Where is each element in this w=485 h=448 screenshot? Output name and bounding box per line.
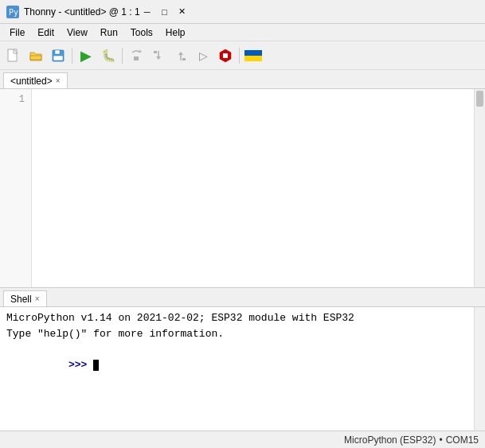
close-button[interactable]: ✕	[175, 5, 190, 19]
step-out-button[interactable]	[170, 45, 191, 66]
port-status: COM15	[446, 434, 479, 446]
step-into-button[interactable]	[148, 45, 169, 66]
line-number-1: 1	[0, 92, 31, 107]
editor-scrollbar-thumb[interactable]	[476, 91, 483, 107]
svg-rect-4	[30, 56, 41, 60]
resume-button[interactable]: ▷	[193, 45, 213, 66]
menu-file[interactable]: File	[3, 25, 31, 40]
shell-cursor	[93, 360, 99, 371]
title-text: Thonny - <untitled> @ 1 : 1	[24, 6, 140, 18]
ukraine-flag-button[interactable]	[243, 45, 264, 66]
shell-output[interactable]: MicroPython v1.14 on 2021-02-02; ESP32 m…	[0, 307, 474, 430]
svg-rect-19	[244, 56, 262, 61]
save-button[interactable]	[48, 45, 68, 66]
editor-section: <untitled> × 1	[0, 70, 485, 287]
run-button[interactable]: ▶	[76, 45, 96, 66]
editor-tab-close[interactable]: ×	[56, 76, 61, 85]
step-over-button[interactable]	[126, 45, 147, 66]
editor-tab-untitled[interactable]: <untitled> ×	[3, 72, 68, 88]
code-editor[interactable]	[32, 89, 474, 287]
svg-rect-9	[134, 56, 139, 60]
window-controls: ─ □ ✕	[140, 5, 190, 19]
stop-button[interactable]	[215, 45, 236, 66]
editor-tab-bar: <untitled> ×	[0, 70, 485, 89]
separator-1	[72, 48, 72, 64]
shell-line-2: Type "help()" for more information.	[6, 326, 467, 342]
menu-view[interactable]: View	[61, 25, 94, 40]
shell-tab-label: Shell	[10, 294, 32, 305]
thonny-icon: Py	[6, 6, 19, 18]
menu-run[interactable]: Run	[94, 25, 124, 40]
menu-bar: File Edit View Run Tools Help	[0, 24, 485, 41]
debug-button[interactable]: 🐛	[98, 45, 119, 66]
shell-prompt: >>>	[68, 359, 93, 371]
svg-rect-18	[244, 50, 262, 56]
shell-section: Shell × MicroPython v1.14 on 2021-02-02;…	[0, 287, 485, 430]
status-separator: •	[439, 434, 442, 446]
line-numbers: 1	[0, 89, 32, 287]
editor-content: 1	[0, 89, 485, 287]
open-button[interactable]	[25, 45, 46, 66]
toolbar: ▶ 🐛 ▷	[0, 41, 485, 70]
main-area: <untitled> × 1 Shell × MicroPytho	[0, 70, 485, 430]
shell-line-1: MicroPython v1.14 on 2021-02-02; ESP32 m…	[6, 310, 467, 326]
svg-rect-17	[223, 53, 228, 58]
interpreter-status: MicroPython (ESP32)	[344, 434, 436, 446]
svg-rect-7	[53, 56, 63, 60]
minimize-button[interactable]: ─	[140, 5, 154, 19]
shell-tab-close[interactable]: ×	[35, 294, 40, 303]
svg-rect-6	[55, 50, 60, 54]
svg-text:Py: Py	[9, 8, 18, 17]
editor-scrollbar[interactable]	[474, 89, 485, 287]
shell-prompt-line: >>>	[6, 341, 467, 388]
shell-tab-bar: Shell ×	[0, 288, 485, 307]
new-button[interactable]	[3, 45, 24, 66]
separator-3	[239, 48, 240, 64]
separator-2	[122, 48, 123, 64]
status-bar: MicroPython (ESP32) • COM15	[0, 430, 485, 448]
shell-scrollbar[interactable]	[474, 307, 485, 430]
title-bar: Py Thonny - <untitled> @ 1 : 1 ─ □ ✕	[0, 0, 485, 24]
maximize-button[interactable]: □	[158, 5, 172, 19]
svg-marker-14	[178, 52, 183, 55]
menu-help[interactable]: Help	[159, 25, 192, 40]
shell-tab[interactable]: Shell ×	[3, 290, 47, 306]
menu-edit[interactable]: Edit	[31, 25, 61, 40]
svg-rect-12	[154, 51, 157, 53]
menu-tools[interactable]: Tools	[124, 25, 159, 40]
editor-tab-label: <untitled>	[10, 76, 53, 87]
svg-marker-11	[156, 56, 161, 60]
svg-rect-15	[182, 58, 186, 60]
shell-content: MicroPython v1.14 on 2021-02-02; ESP32 m…	[0, 307, 485, 430]
